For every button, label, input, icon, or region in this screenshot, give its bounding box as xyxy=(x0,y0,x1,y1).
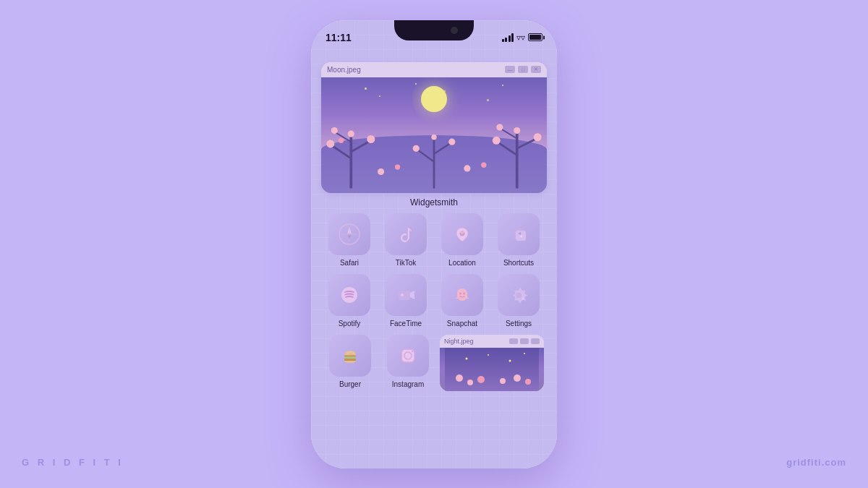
snapchat-svg xyxy=(450,283,475,307)
svg-point-23 xyxy=(378,168,384,174)
night-illustration xyxy=(440,348,544,391)
svg-point-21 xyxy=(448,138,455,145)
safari-label: Safari xyxy=(340,259,359,267)
svg-point-56 xyxy=(406,354,407,355)
app-item-facetime[interactable]: FaceTime xyxy=(380,274,431,328)
close-button[interactable]: ✕ xyxy=(531,66,541,73)
svg-point-39 xyxy=(341,287,357,303)
svg-point-16 xyxy=(514,127,520,133)
location-icon[interactable] xyxy=(441,213,483,255)
snapchat-icon[interactable] xyxy=(441,274,483,316)
app-item-instagram[interactable]: Instagram xyxy=(382,335,434,391)
brand-left: G R I D F I T I xyxy=(22,457,124,468)
app-item-spotify[interactable]: Spotify xyxy=(324,274,375,328)
night-image xyxy=(440,348,544,391)
brand-right: gridfiti.com xyxy=(786,457,846,468)
tiktok-label: TikTok xyxy=(396,259,417,267)
widgetsmith-label: Widgetsmith xyxy=(321,197,547,207)
night-window[interactable]: Night.jpeg xyxy=(440,335,544,391)
svg-point-60 xyxy=(477,376,485,383)
app-item-snapchat[interactable]: Snapchat xyxy=(437,274,488,328)
svg-line-2 xyxy=(351,140,371,152)
facetime-label: FaceTime xyxy=(390,320,422,328)
spotify-label: Spotify xyxy=(339,320,361,328)
svg-rect-48 xyxy=(344,357,356,359)
app-item-shortcuts[interactable]: Shortcuts xyxy=(493,213,544,267)
night-widget[interactable]: Night.jpeg xyxy=(440,335,544,391)
app-item-safari[interactable]: Safari xyxy=(324,213,375,267)
svg-point-67 xyxy=(524,353,525,354)
status-icons: ▿▿ xyxy=(502,33,543,43)
status-bar: 11:11 ▿▿ xyxy=(311,20,557,55)
app-item-tiktok[interactable]: TikTok xyxy=(380,213,431,267)
svg-point-14 xyxy=(534,133,542,141)
night-title: Night.jpeg xyxy=(444,338,474,345)
maximize-button[interactable]: □ xyxy=(518,66,528,73)
window-title: Moon.jpeg xyxy=(327,66,361,74)
instagram-icon[interactable] xyxy=(387,335,429,377)
svg-line-1 xyxy=(331,145,352,158)
svg-point-7 xyxy=(348,130,354,137)
window-controls: — □ ✕ xyxy=(505,66,541,73)
svg-marker-41 xyxy=(410,291,414,299)
screen-content: Moon.jpeg — □ ✕ xyxy=(311,55,557,468)
shortcuts-label: Shortcuts xyxy=(503,259,534,267)
instagram-svg xyxy=(396,343,420,368)
bottom-row: Burger Instagram xyxy=(321,335,547,391)
svg-point-8 xyxy=(339,137,344,142)
signal-bars-icon xyxy=(502,33,514,42)
svg-point-61 xyxy=(500,378,506,384)
safari-svg xyxy=(337,222,362,247)
night-controls xyxy=(509,338,540,344)
wifi-icon: ▿▿ xyxy=(516,33,525,43)
svg-point-62 xyxy=(514,374,521,382)
shortcuts-icon[interactable] xyxy=(498,213,540,255)
svg-point-65 xyxy=(488,354,489,356)
svg-rect-49 xyxy=(344,359,356,361)
app-item-settings[interactable]: Settings xyxy=(493,274,544,328)
svg-point-63 xyxy=(525,379,531,385)
night-titlebar: Night.jpeg xyxy=(440,335,544,348)
tiktok-icon[interactable] xyxy=(385,213,427,255)
scene-illustration xyxy=(321,77,547,193)
svg-line-11 xyxy=(517,138,537,148)
svg-point-44 xyxy=(463,292,465,294)
svg-point-13 xyxy=(493,136,501,144)
svg-point-15 xyxy=(496,124,503,130)
svg-line-10 xyxy=(497,142,517,155)
settings-icon[interactable] xyxy=(498,274,540,316)
spotify-icon[interactable] xyxy=(328,274,370,316)
safari-icon[interactable] xyxy=(328,213,370,255)
instagram-label: Instagram xyxy=(392,380,424,388)
minimize-button[interactable]: — xyxy=(505,66,515,73)
settings-label: Settings xyxy=(506,320,532,328)
svg-point-4 xyxy=(326,140,334,147)
facetime-icon[interactable] xyxy=(385,274,427,316)
app-item-location[interactable]: Location xyxy=(437,213,488,267)
battery-icon xyxy=(528,33,542,41)
svg-point-58 xyxy=(456,374,463,382)
snapchat-label: Snapchat xyxy=(447,320,477,328)
moon-scene xyxy=(321,77,547,193)
svg-point-24 xyxy=(395,164,400,169)
time-display: 11:11 xyxy=(326,32,352,43)
svg-point-5 xyxy=(367,135,375,143)
burger-icon[interactable] xyxy=(329,335,371,377)
svg-point-50 xyxy=(347,352,349,354)
app-grid-row2: Spotify FaceTime xyxy=(321,274,547,328)
svg-point-45 xyxy=(516,292,522,298)
svg-point-46 xyxy=(522,297,524,300)
night-maximize[interactable] xyxy=(520,338,529,344)
tiktok-svg xyxy=(393,222,418,247)
night-close[interactable] xyxy=(531,338,540,344)
svg-rect-47 xyxy=(344,355,356,357)
night-minimize[interactable] xyxy=(509,338,518,344)
moon-widget-window[interactable]: Moon.jpeg — □ ✕ xyxy=(321,62,547,193)
svg-point-52 xyxy=(353,352,354,353)
svg-point-42 xyxy=(401,294,404,296)
location-svg xyxy=(450,222,475,247)
phone-screen: 11:11 ▿▿ Moon.jpeg xyxy=(311,20,557,468)
app-item-burger[interactable]: Burger xyxy=(324,335,376,391)
svg-point-20 xyxy=(413,145,420,151)
svg-point-59 xyxy=(467,380,473,385)
